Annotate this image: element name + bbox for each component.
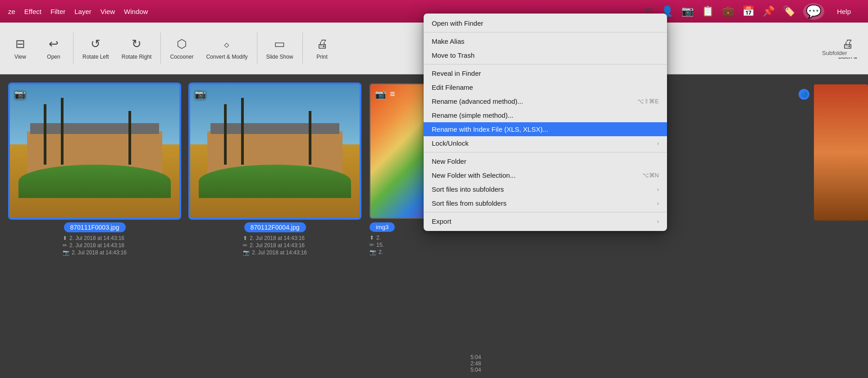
meta-row-1-3: 📷 2. Jul 2018 at 14:43:16 <box>63 249 127 256</box>
camera-icon[interactable]: 📷 <box>681 5 694 17</box>
clipboard-icon[interactable]: 📋 <box>702 5 714 17</box>
open-label: Open <box>47 54 60 60</box>
briefcase-icon[interactable]: 💼 <box>722 5 734 17</box>
print-icon: 🖨 <box>316 37 328 51</box>
meta-date-3-2: 15. <box>376 242 384 248</box>
ctx-export-label: Export <box>432 217 657 225</box>
image-filename-1[interactable]: 870111F0003.jpg <box>64 222 126 232</box>
ctx-export[interactable]: Export › <box>424 214 667 228</box>
edit-icon-2: ✏ <box>243 242 247 249</box>
ctx-rename-advanced-label: Rename (advanced method)... <box>432 97 624 105</box>
meta-date-3-1: 2. <box>376 235 381 241</box>
meta-row-1-1: ⬆ 2. Jul 2018 at 14:43:16 <box>63 235 124 241</box>
meta-row-3-1: ⬆ 2. <box>370 235 381 241</box>
meta-date-1-2: 2. Jul 2018 at 14:43:16 <box>69 242 124 249</box>
image-card-2[interactable]: 📷 870112F0004.jpg ⬆ 2. Jul 2018 at 14:43… <box>189 83 361 256</box>
ctx-sort-into-label: Sort files into subfolders <box>432 185 657 193</box>
ctx-make-alias[interactable]: Make Alias <box>424 34 667 48</box>
view-button[interactable]: ⊟ View <box>5 33 36 64</box>
image-meta-3: ⬆ 2. ✏ 15. 📷 2. <box>370 235 384 255</box>
image-card-1[interactable]: 📷 870111F0003.jpg ⬆ 2. Jul 2018 at 14:43… <box>9 83 180 256</box>
image-thumb-2: 📷 <box>189 83 361 219</box>
photo-tree-2-2 <box>241 98 244 165</box>
ctx-sep-1 <box>424 32 667 32</box>
print-button[interactable]: 🖨 Print <box>306 33 338 64</box>
separator-2 <box>160 32 161 64</box>
ctx-sort-from[interactable]: Sort files from subfolders › <box>424 196 667 210</box>
ctx-reveal-finder-label: Reveal in Finder <box>432 69 659 77</box>
convert-modify-button[interactable]: ⬦ Convert & Modify <box>201 33 253 64</box>
photo-tree-3 <box>128 111 131 164</box>
camera-overlay-3: 📷 <box>375 89 386 100</box>
ctx-open-finder-label: Open with Finder <box>432 19 659 27</box>
ctx-new-folder-shortcut: ⌥⌘N <box>642 172 659 179</box>
ctx-edit-filename[interactable]: Edit Filename <box>424 80 667 94</box>
meta-row-1-2: ✏ 2. Jul 2018 at 14:43:16 <box>63 242 124 249</box>
rotate-right-label: Rotate Right <box>122 54 152 60</box>
ctx-new-folder[interactable]: New Folder <box>424 154 667 168</box>
menu-item-filter[interactable]: Filter <box>46 6 70 17</box>
menu-item-layer[interactable]: Layer <box>70 6 96 17</box>
batch-button[interactable]: 🖨 Batch & <box>832 33 863 64</box>
calendar-icon[interactable]: 📅 <box>742 5 754 17</box>
separator-1 <box>73 32 73 64</box>
cocooner-button[interactable]: ⬡ Cocooner <box>164 33 199 64</box>
ctx-edit-filename-label: Edit Filename <box>432 83 659 91</box>
image-filename-2[interactable]: 870112F0004.jpg <box>244 222 306 232</box>
ctx-new-folder-selection-label: New Folder with Selection... <box>432 171 629 179</box>
context-menu: Open with Finder Make Alias Move to Tras… <box>424 14 667 231</box>
toolbar-icons: ⊙ 👤 📷 📋 💼 📅 📌 🏷️ 💬 Help <box>645 3 864 20</box>
ctx-lock-unlock[interactable]: Lock/Unlock › <box>424 136 667 150</box>
meta-date-3-3: 2. <box>379 249 383 255</box>
slideshow-button[interactable]: ▭ Slide Show <box>261 33 299 64</box>
speech-icon[interactable]: 💬 <box>803 3 824 20</box>
ctx-sort-from-arrow: › <box>657 200 659 207</box>
ctx-lock-unlock-label: Lock/Unlock <box>432 139 657 147</box>
menu-item-effect[interactable]: Effect <box>20 6 46 17</box>
meta-date-2-2: 2. Jul 2018 at 14:43:16 <box>250 242 305 249</box>
ctx-sep-2 <box>424 64 667 65</box>
photo-tree-2-3 <box>309 111 311 164</box>
ctx-new-folder-selection[interactable]: New Folder with Selection... ⌥⌘N <box>424 168 667 182</box>
rotate-left-label: Rotate Left <box>82 54 109 60</box>
ctx-open-finder[interactable]: Open with Finder <box>424 16 667 30</box>
photo-tree-2-1 <box>224 104 227 164</box>
upload-icon-3: ⬆ <box>370 235 374 241</box>
ctx-sep-3 <box>424 152 667 152</box>
help-menu[interactable]: Help <box>832 6 855 17</box>
menu-item-view[interactable]: View <box>96 6 119 17</box>
ctx-reveal-finder[interactable]: Reveal in Finder <box>424 66 667 80</box>
photo-roof-1 <box>30 123 159 134</box>
meta-row-3-2: ✏ 15. <box>370 242 384 248</box>
thumb-inner-1 <box>10 84 179 218</box>
view-icon: ⊟ <box>15 37 25 51</box>
rotate-left-button[interactable]: ↺ Rotate Left <box>77 33 114 64</box>
menu-item-ze[interactable]: ze <box>4 6 20 17</box>
image-filename-3[interactable]: img3 <box>370 222 395 232</box>
ctx-make-alias-label: Make Alias <box>432 37 659 45</box>
open-icon: ↩ <box>49 37 59 51</box>
meta-row-2-2: ✏ 2. Jul 2018 at 14:43:16 <box>243 242 305 249</box>
meta-date-1-3: 2. Jul 2018 at 14:43:16 <box>72 249 127 256</box>
open-button[interactable]: ↩ Open <box>38 33 69 64</box>
right-meta-1: 5:04 <box>471 354 523 360</box>
camera-meta-icon-3: 📷 <box>370 249 376 255</box>
menu-item-window[interactable]: Window <box>119 6 152 17</box>
ctx-rename-index[interactable]: Rename with Index File (XLS, XLSX)... <box>424 122 667 136</box>
photo-shrub-2 <box>199 165 351 198</box>
cocooner-label: Cocooner <box>170 54 193 60</box>
image-thumb-1: 📷 <box>9 83 180 219</box>
ctx-rename-simple[interactable]: Rename (simple method)... <box>424 108 667 122</box>
tag-icon[interactable]: 🏷️ <box>783 5 795 17</box>
camera-overlay-2: 📷 <box>195 89 206 100</box>
ctx-move-trash[interactable]: Move to Trash <box>424 48 667 62</box>
rotate-right-button[interactable]: ↻ Rotate Right <box>116 33 157 64</box>
ctx-rename-advanced[interactable]: Rename (advanced method)... ⌥⇧⌘E <box>424 94 667 108</box>
ctx-sort-into[interactable]: Sort files into subfolders › <box>424 182 667 196</box>
separator-4 <box>302 32 303 64</box>
pin-icon[interactable]: 📌 <box>763 5 775 17</box>
slideshow-icon: ▭ <box>274 37 285 51</box>
upload-icon-2: ⬆ <box>243 235 247 241</box>
right-meta-2: 2:48 <box>471 360 523 367</box>
ctx-rename-index-label: Rename with Index File (XLS, XLSX)... <box>432 125 659 133</box>
